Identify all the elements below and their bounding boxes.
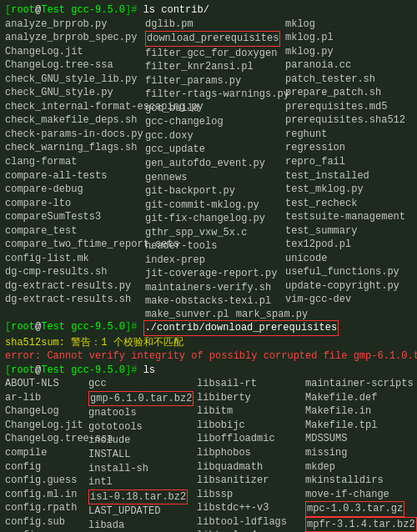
gmp-highlight: gmp-6.1.0.tar.bz2 [88, 391, 193, 407]
prompt-line-1: [root@Test gcc-9.5.0]# ls contrib/ [5, 3, 412, 18]
prompt-space [65, 3, 71, 18]
prompt-line-2: [root@Test gcc-9.5.0]# ./contrib/downloa… [5, 320, 412, 336]
prompt-host: Test [41, 3, 65, 18]
prompt-user: root [11, 3, 35, 18]
ls-output-section2: ABOUT-NLS ar-lib ChangeLog ChangeLog.jit… [5, 377, 412, 532]
terminal-window: [root@Test gcc-9.5.0]# ls contrib/ analy… [0, 0, 417, 532]
download-prerequisites-highlight: download_prerequisites [145, 31, 280, 47]
ls-output-section1: analyze_brprob.py analyze_brprob_spec.py… [5, 18, 412, 309]
prompt-bracket2: ]# [125, 3, 137, 18]
error-line-sha: sha512sum: 警告：1 个校验和不匹配 [5, 336, 412, 350]
prompt-path: gcc-9.5.0 [71, 3, 125, 18]
col2b: gcc gmp-6.1.0.tar.bz2 gnatools gototools… [88, 377, 197, 532]
error-line-verify: error: Cannot verify integrity of possib… [5, 349, 412, 364]
col2c: libsail-rt libiberty libitm libobijc lib… [197, 377, 305, 532]
isl-highlight: isl-0.18.tar.bz2 [88, 489, 188, 505]
col1: analyze_brprob.py analyze_brprob_spec.py… [5, 18, 145, 309]
prompt-line-3: [root@Test gcc-9.5.0]# ls [5, 364, 412, 378]
mpfr-highlight: mpfr-3.1.4.tar.bz2 [305, 517, 417, 532]
cmd-download-prerequisites: ./contrib/download_prerequisites [143, 320, 339, 336]
prompt-bracket: [ [5, 3, 11, 18]
col2: dglib.pm download_prerequisites filter_g… [145, 18, 285, 309]
col2a: ABOUT-NLS ar-lib ChangeLog ChangeLog.jit… [5, 377, 88, 532]
prompt-at: @ [35, 3, 41, 18]
mpc-highlight: mpc-1.0.3.tar.gz [305, 501, 404, 517]
col-extra: make_sunver.pl mark_spam.py vimrc warn_s… [5, 309, 412, 320]
col3: mklog mklog.pl mklog.py paranoia.cc patc… [285, 18, 417, 309]
col2d: maintainer-scripts Makefile.def Makefile… [305, 377, 417, 532]
prompt-cmd: ls contrib/ [137, 3, 208, 18]
